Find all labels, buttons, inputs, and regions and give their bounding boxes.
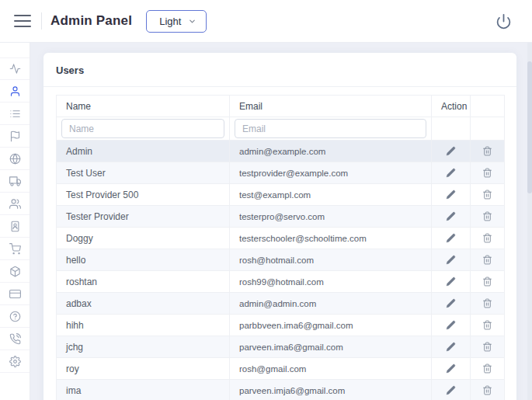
trash-icon[interactable] xyxy=(479,231,495,245)
delete-action-cell xyxy=(471,271,505,293)
sidebar-item-id-badge[interactable] xyxy=(0,215,30,238)
user-email-cell: admin@example.com xyxy=(230,141,432,162)
pencil-icon[interactable] xyxy=(443,144,459,158)
trash-icon[interactable] xyxy=(479,210,495,223)
table-row: Doggytesterschooler@schooltime.com xyxy=(57,228,505,249)
trash-icon[interactable] xyxy=(479,340,495,353)
user-name-cell: Doggy xyxy=(57,228,230,249)
user-name-cell: adbax xyxy=(57,293,230,315)
theme-select[interactable]: Light xyxy=(146,10,207,33)
pencil-icon[interactable] xyxy=(443,231,459,245)
trash-icon[interactable] xyxy=(479,166,495,179)
user-name-cell: Test Provider 500 xyxy=(57,184,230,206)
table-row: jchgparveen.ima6@gmail.com xyxy=(57,336,505,358)
user-email-cell: rosh@hotmail.com xyxy=(230,249,432,271)
pencil-icon[interactable] xyxy=(443,166,459,179)
column-header-email[interactable]: Email xyxy=(230,96,432,117)
table-row: adbaxadmin@admin.com xyxy=(57,293,505,315)
vertical-scrollbar[interactable] xyxy=(527,43,532,400)
power-icon[interactable] xyxy=(495,13,512,30)
sidebar-item-list[interactable] xyxy=(0,103,30,125)
column-header-action: Action xyxy=(432,96,471,117)
trash-icon[interactable] xyxy=(479,384,495,397)
sidebar-item-activity[interactable] xyxy=(0,57,30,80)
edit-action-cell xyxy=(432,141,471,162)
sidebar-item-help-circle[interactable] xyxy=(0,305,30,328)
pencil-icon[interactable] xyxy=(443,188,459,201)
table-row: hihhparbbveen.ima6@gmail.com xyxy=(57,315,505,336)
gear-icon xyxy=(9,356,21,367)
box-icon xyxy=(9,266,21,277)
help-circle-icon xyxy=(9,311,21,322)
pencil-icon[interactable] xyxy=(443,253,459,266)
delete-action-cell xyxy=(471,358,505,380)
sidebar-item-cart[interactable] xyxy=(0,238,30,260)
column-header-empty xyxy=(471,96,505,117)
trash-icon[interactable] xyxy=(479,144,495,158)
filter-row xyxy=(57,117,505,141)
table-row: Tester Providertesterpro@servo.com xyxy=(57,206,505,228)
user-email-cell: rosh99@hotmail.com xyxy=(230,271,432,293)
page-title: Admin Panel xyxy=(50,13,132,29)
user-name-cell: Test User xyxy=(57,162,230,184)
card-title-row: Users xyxy=(43,53,516,87)
user-email-cell: rosh@gmail.com xyxy=(230,358,432,380)
users-card: Users Name Email Action Adminadmin@examp… xyxy=(43,53,516,400)
list-icon xyxy=(9,108,21,120)
edit-action-cell xyxy=(432,358,471,380)
top-header: Admin Panel Light xyxy=(0,0,532,43)
delete-action-cell xyxy=(471,293,505,315)
sidebar-item-phone[interactable] xyxy=(0,328,30,350)
sidebar-item-flag[interactable] xyxy=(0,125,30,148)
user-email-cell: parbbveen.ima6@gmail.com xyxy=(230,315,432,336)
activity-icon xyxy=(9,63,21,75)
sidebar-item-users[interactable] xyxy=(0,193,30,215)
edit-action-cell xyxy=(432,380,471,400)
user-email-cell: testprovider@example.com xyxy=(230,162,432,184)
cart-icon xyxy=(9,243,21,255)
pencil-icon[interactable] xyxy=(443,210,459,223)
email-filter-input[interactable] xyxy=(235,119,426,138)
table-row: imaparveen.imja6@gmail.com xyxy=(57,380,505,400)
sidebar-item-globe[interactable] xyxy=(0,148,30,170)
sidebar-item-box[interactable] xyxy=(0,260,30,283)
trash-icon[interactable] xyxy=(479,362,495,375)
chevron-down-icon xyxy=(188,17,196,26)
edit-action-cell xyxy=(432,206,471,228)
sidebar-item-user[interactable] xyxy=(0,80,30,103)
trash-icon[interactable] xyxy=(479,275,495,288)
pencil-icon[interactable] xyxy=(443,297,459,310)
edit-action-cell xyxy=(432,184,471,206)
trash-icon[interactable] xyxy=(479,253,495,266)
id-badge-icon xyxy=(9,221,21,232)
user-icon xyxy=(9,85,21,97)
sidebar-item-credit-card[interactable] xyxy=(0,283,30,305)
truck-icon xyxy=(9,176,21,187)
scrollbar-thumb[interactable] xyxy=(527,61,532,193)
user-name-cell: Tester Provider xyxy=(57,206,230,228)
delete-action-cell xyxy=(471,228,505,249)
name-filter-input[interactable] xyxy=(61,119,224,138)
delete-action-cell xyxy=(471,249,505,271)
sidebar-item-truck[interactable] xyxy=(0,170,30,193)
pencil-icon[interactable] xyxy=(443,275,459,288)
edit-action-cell xyxy=(432,315,471,336)
edit-action-cell xyxy=(432,249,471,271)
users-table: Name Email Action Adminadmin@example.com… xyxy=(56,95,505,400)
filter-empty-cell xyxy=(471,117,505,141)
hamburger-icon[interactable] xyxy=(14,15,31,27)
sidebar-item-gear[interactable] xyxy=(0,350,30,373)
pencil-icon[interactable] xyxy=(443,384,459,397)
pencil-icon[interactable] xyxy=(443,318,459,332)
trash-icon[interactable] xyxy=(479,188,495,201)
column-header-name[interactable]: Name xyxy=(57,96,230,117)
edit-action-cell xyxy=(432,293,471,315)
trash-icon[interactable] xyxy=(479,318,495,332)
pencil-icon[interactable] xyxy=(443,340,459,353)
filter-empty-cell xyxy=(432,117,471,141)
pencil-icon[interactable] xyxy=(443,362,459,375)
trash-icon[interactable] xyxy=(479,297,495,310)
card-title: Users xyxy=(56,64,84,76)
table-row: hellorosh@hotmail.com xyxy=(57,249,505,271)
delete-action-cell xyxy=(471,336,505,358)
